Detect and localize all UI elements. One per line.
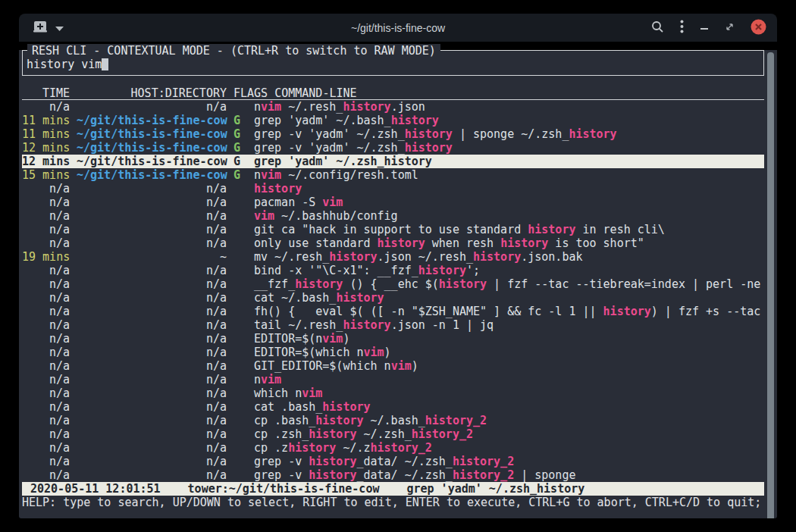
directory-cell: n/a [77,318,227,332]
command-text: _data/ ~/.zsh_ [356,455,452,468]
match-highlight: history [391,114,439,127]
command-cell: git ca "hack in support to use standard … [254,223,665,236]
menu-button[interactable] [680,20,684,36]
history-row[interactable]: n/an/ahistory [22,182,764,196]
time-cell: n/a [22,441,70,455]
flags-cell: G [233,114,247,127]
history-row[interactable]: n/an/anvim ~/.resh_history.json [22,100,764,114]
match-highlight: vim [261,168,281,182]
history-row[interactable]: n/an/aEDITOR=$(nvim) [22,332,764,346]
command-cell: pacman -S vim [254,196,343,209]
history-row[interactable]: n/an/awhich nvim [22,386,764,400]
command-cell: GIT_EDITOR=$(which nvim) [254,359,418,373]
history-row[interactable]: n/an/aEDITOR=$(which nvim) [22,346,764,359]
match-highlight: vim [261,100,281,114]
history-row[interactable]: n/an/anvim [22,373,764,386]
flags-cell [233,346,247,359]
command-text: | sponge [514,468,575,482]
new-tab-button[interactable] [33,20,48,36]
new-tab-dropdown-button[interactable] [55,22,64,33]
command-text: grep 'yadm' ~/.bash_ [254,114,391,127]
match-highlight: history [254,182,302,196]
history-row[interactable]: n/an/afh() { eval $( ([ -n "$ZSH_NAME" ]… [22,305,764,318]
history-row[interactable]: n/an/agit ca "hack in support to use sta… [22,223,764,236]
minimize-icon [700,22,709,33]
history-row[interactable]: n/an/aonly use standard history when res… [22,236,764,250]
command-cell: cp .bash_history ~/.bash_history_2 [254,414,487,427]
command-cell: nvim ~/.resh_history.json [254,100,425,114]
flags-cell [233,277,247,291]
directory-cell: n/a [77,386,227,400]
command-cell: grep -v history_data/ ~/.zsh_history_2 [254,455,514,468]
time-cell: n/a [22,100,70,114]
command-text: pacman -S [254,196,322,209]
flags-cell [233,264,247,277]
history-row[interactable]: 15 mins~/git/this-is-fine-cowGnvim ~/.co… [22,168,764,182]
directory-cell: ~/git/this-is-fine-cow [77,155,227,168]
close-button[interactable] [751,19,766,37]
restore-button[interactable] [725,22,735,34]
flags-cell [233,100,247,114]
flags-cell: G [233,141,247,155]
directory-cell: n/a [77,441,227,455]
command-text: cat .bash_ [254,400,322,414]
command-text: .json [391,100,425,114]
command-cell: EDITOR=$(which nvim) [254,346,391,359]
command-text: () { __ehc $( [343,277,438,291]
history-row[interactable]: 11 mins~/git/this-is-fine-cowGgrep -v 'y… [22,127,764,141]
terminal-window: ~/git/this-is-fine-cow [19,14,777,518]
history-row[interactable]: n/an/a__fzf_history () { __ehc $(history… [22,277,764,291]
minimize-button[interactable] [700,22,709,33]
match-highlight: vim [322,332,343,346]
command-text: ~/.bashhub/config [274,209,398,223]
time-cell: n/a [22,264,70,277]
history-row[interactable]: n/an/acp .bash_history ~/.bash_history_2 [22,414,764,427]
directory-cell: ~/git/this-is-fine-cow [77,168,227,182]
flags-cell [233,373,247,386]
time-cell: n/a [22,236,70,250]
flags-cell: G [233,155,247,168]
command-text: cp .bash_ [254,414,315,427]
match-highlight: history_2 [371,441,432,455]
command-cell: cat ~/.bash_history [254,291,384,305]
history-row[interactable]: n/an/agrep -v history_data/ ~/.zsh_histo… [22,468,764,482]
search-icon [651,20,664,36]
history-row[interactable]: n/an/apacman -S vim [22,196,764,209]
history-row[interactable]: n/an/avim ~/.bashhub/config [22,209,764,223]
time-cell: 19 mins [22,250,70,264]
history-row[interactable]: 11 mins~/git/this-is-fine-cowGgrep 'yadm… [22,114,764,127]
directory-cell: ~ [77,250,227,264]
history-row[interactable]: n/an/acp .zhistory ~/.zhistory_2 [22,441,764,455]
match-highlight: vim [254,209,274,223]
close-icon [751,19,766,37]
history-row[interactable]: n/an/acat .bash_history [22,400,764,414]
flags-cell [233,182,247,196]
history-row[interactable]: n/an/acp .zsh_history ~/.zsh_history_2 [22,427,764,441]
history-row[interactable]: 12 mins~/git/this-is-fine-cowGgrep 'yadm… [22,155,764,168]
time-cell: n/a [22,468,70,482]
directory-cell: n/a [77,291,227,305]
scrollbar[interactable] [767,52,774,518]
command-text: fh() { eval $( ([ -n "$ZSH_NAME" ] && fc… [254,305,603,318]
history-row[interactable]: 12 mins~/git/this-is-fine-cowGgrep -v 'y… [22,141,764,155]
history-row[interactable]: n/an/agrep -v history_data/ ~/.zsh_histo… [22,455,764,468]
history-row[interactable]: n/an/aGIT_EDITOR=$(which nvim) [22,359,764,373]
command-text: git ca "hack in support to use standard [254,223,528,236]
history-row[interactable]: n/an/acat ~/.bash_history [22,291,764,305]
flags-cell [233,427,247,441]
history-row[interactable]: n/an/abind -x '"\C-x1": __fzf_history'; [22,264,764,277]
directory-cell: n/a [77,277,227,291]
command-text: ) [384,346,391,359]
restore-icon [725,22,735,34]
flags-cell [233,236,247,250]
match-highlight: history_2 [412,427,473,441]
directory-cell: ~/git/this-is-fine-cow [77,114,227,127]
history-row[interactable]: 19 mins~mv ~/.resh_history.json ~/.resh_… [22,250,764,264]
command-cell: cp .zsh_history ~/.zsh_history_2 [254,427,473,441]
match-highlight: history [439,277,487,291]
command-text: .json ~/.resh_ [378,250,473,264]
search-button[interactable] [651,20,664,36]
match-highlight: vim [302,386,322,400]
directory-cell: n/a [77,468,227,482]
history-row[interactable]: n/an/atail ~/.resh_history.json -n 1 | j… [22,318,764,332]
